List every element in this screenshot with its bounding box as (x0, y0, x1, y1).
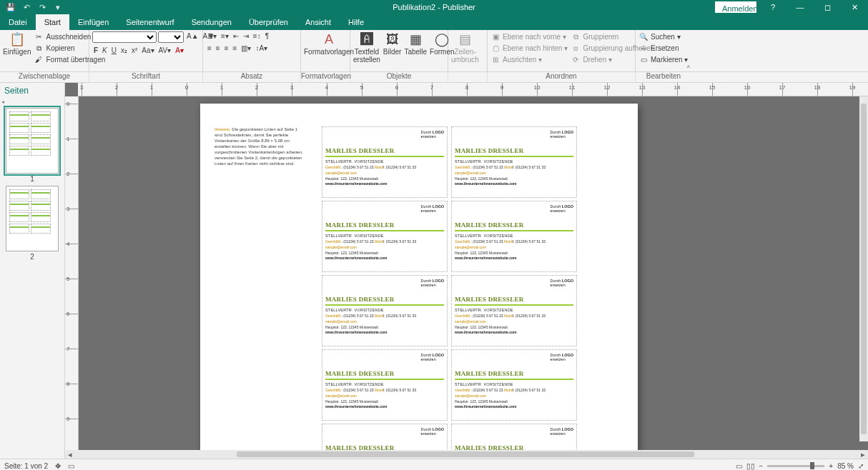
superscript-button[interactable]: x² (130, 46, 139, 55)
align-button[interactable]: ⊞Ausrichten▾ (490, 54, 568, 65)
bold-button[interactable]: F (92, 46, 99, 55)
business-card[interactable]: Durch LOGOersetzenMARLIES DRESSLERSTELLV… (451, 201, 577, 272)
page-1[interactable]: Hinweis: Die gepunkteten Linien auf Seit… (200, 104, 638, 450)
pilcrow-button[interactable]: ¶ (264, 31, 270, 41)
card-name: MARLIES DRESSLER (325, 221, 444, 229)
redo-icon[interactable]: ↷ (34, 3, 50, 12)
styles-button[interactable]: A Formatvorlagen (304, 31, 354, 56)
bullets-button[interactable]: ≣▾ (206, 31, 218, 41)
char-spacing-button[interactable]: AV▾ (157, 46, 173, 55)
tab-sendungen[interactable]: Sendungen (183, 14, 240, 30)
business-card[interactable]: Durch LOGOersetzenMARLIES DRESSLERSTELLV… (322, 424, 448, 450)
decrease-indent-button[interactable]: ⇤ (232, 31, 240, 41)
scroll-left-icon[interactable]: ◂ (68, 450, 72, 459)
qat-more-icon[interactable]: ▾ (50, 3, 66, 12)
business-card[interactable]: Durch LOGOersetzenMARLIES DRESSLERSTELLV… (451, 275, 577, 346)
single-page-view-icon[interactable]: ▭ (736, 462, 742, 470)
object-size-icon[interactable]: ▭ (68, 462, 74, 470)
card-address: Hauptstr. 123, 12345 Musterstadt (455, 251, 573, 255)
zoom-slider[interactable] (767, 465, 824, 467)
card-web: www.ihreunternehmenswebsite.com (325, 330, 444, 334)
zoom-in-button[interactable]: + (829, 462, 833, 470)
font-size-select[interactable] (158, 31, 184, 43)
card-phone: Geschäftl.: (01234) 5 67 51 23 Mobill: (… (455, 165, 573, 169)
card-role: STELLVERTR. VORSITZENDE (455, 234, 573, 238)
font-color-button[interactable]: A▾ (174, 46, 185, 55)
business-card[interactable]: Durch LOGOersetzenMARLIES DRESSLERSTELLV… (322, 275, 448, 346)
wrap-button[interactable]: ▤Zeilen- umbruch (451, 31, 479, 64)
horizontal-ruler[interactable]: 4321012345678910111213141516171819 (78, 83, 868, 96)
undo-icon[interactable]: ↶ (19, 3, 34, 12)
numbering-button[interactable]: ≡▾ (220, 31, 230, 41)
card-address: Hauptstr. 123, 12345 Musterstadt (325, 251, 444, 255)
text-direction-button[interactable]: ↕A▾ (254, 44, 269, 53)
increase-indent-button[interactable]: ⇥ (242, 31, 250, 41)
zoom-level[interactable]: 85 % (837, 462, 854, 470)
business-card[interactable]: Durch LOGOersetzenMARLIES DRESSLERSTELLV… (451, 424, 577, 450)
two-page-view-icon[interactable]: ▯▯ (746, 462, 755, 470)
vertical-scrollbar[interactable] (859, 96, 868, 441)
page-thumbnail-1[interactable] (6, 108, 59, 174)
group-styles: A Formatvorlagen (301, 30, 350, 71)
tab-einfuegen[interactable]: Einfügen (69, 14, 117, 30)
help-icon[interactable]: ? (759, 0, 786, 14)
tab-hilfe[interactable]: Hilfe (340, 14, 373, 30)
send-backward-button[interactable]: ▢Ebene nach hinten▾ (490, 43, 568, 54)
business-card[interactable]: Durch LOGOersetzenMARLIES DRESSLERSTELLV… (322, 349, 448, 421)
page-thumbnail-2[interactable] (6, 186, 59, 251)
label-arrange: Anordnen (488, 72, 636, 82)
pointer-mode-icon[interactable]: ✥ (55, 462, 61, 470)
sign-in-button[interactable]: Anmelden (715, 1, 756, 13)
table-button[interactable]: ▦Tabelle (404, 31, 427, 56)
page-indicator[interactable]: Seite: 1 von 2 (4, 462, 48, 470)
italic-button[interactable]: K (101, 46, 109, 55)
tab-start[interactable]: Start (36, 14, 69, 30)
subscript-button[interactable]: x₂ (119, 46, 129, 55)
collapse-thumb-icon[interactable]: ◂ (0, 99, 64, 105)
justify-button[interactable]: ≡ (232, 44, 239, 53)
align-right-button[interactable]: ≡ (223, 44, 230, 53)
business-card[interactable]: Durch LOGOersetzenMARLIES DRESSLERSTELLV… (322, 126, 448, 198)
horizontal-scrollbar[interactable]: ◂ ▸ (65, 450, 868, 459)
align-center-button[interactable]: ≡ (214, 44, 222, 53)
find-button[interactable]: 🔍Suchen▾ (638, 31, 688, 42)
columns-button[interactable]: ▥▾ (240, 44, 252, 53)
business-card[interactable]: Durch LOGOersetzenMARLIES DRESSLERSTELLV… (451, 126, 577, 198)
fit-page-icon[interactable]: ⤢ (858, 462, 864, 470)
collapse-ribbon-icon[interactable]: ^ (687, 64, 690, 71)
maximize-icon[interactable]: ◻ (814, 0, 841, 14)
card-web: www.ihreunternehmenswebsite.com (325, 181, 444, 186)
card-name: MARLIES DRESSLER (455, 147, 573, 154)
line-spacing-button[interactable]: ≡↕ (252, 31, 262, 41)
underline-button[interactable]: U (110, 46, 118, 55)
card-name: MARLIES DRESSLER (325, 296, 444, 303)
align-left-button[interactable]: ≡ (206, 44, 213, 53)
minimize-icon[interactable]: ― (786, 0, 814, 14)
grow-font-button[interactable]: A▲ (185, 31, 200, 43)
scroll-thumb[interactable] (237, 451, 694, 457)
change-case-button[interactable]: Aa▾ (140, 46, 155, 55)
tab-seitenentwurf[interactable]: Seitenentwurf (117, 14, 182, 30)
font-family-select[interactable] (92, 31, 157, 43)
save-icon[interactable]: 💾 (3, 3, 19, 12)
tab-ueberpruefen[interactable]: Überprüfen (240, 14, 297, 30)
paste-button[interactable]: 📋 Einfügen (3, 31, 31, 56)
tab-datei[interactable]: Datei (0, 14, 36, 30)
business-card[interactable]: Durch LOGOersetzenMARLIES DRESSLERSTELLV… (451, 349, 577, 421)
label-styles: Formatvorlagen (301, 72, 350, 82)
replace-button[interactable]: ↔Ersetzen (638, 43, 688, 54)
tab-ansicht[interactable]: Ansicht (297, 14, 340, 30)
bring-forward-button[interactable]: ▣Ebene nach vorne▾ (490, 31, 568, 42)
canvas[interactable]: Hinweis: Die gepunkteten Linien auf Seit… (79, 96, 868, 450)
zoom-out-button[interactable]: − (759, 462, 764, 470)
vertical-ruler[interactable]: 1012345678910 (65, 96, 79, 450)
logo-placeholder: Durch LOGOersetzen (551, 427, 573, 436)
close-icon[interactable]: ✕ (841, 0, 868, 14)
select-button[interactable]: ▭Markieren▾ (638, 54, 688, 65)
textbox-button[interactable]: 🅰Textfeld erstellen (353, 31, 380, 64)
pictures-button[interactable]: 🖼Bilder (383, 31, 402, 56)
table-icon: ▦ (410, 31, 422, 47)
business-card[interactable]: Durch LOGOersetzenMARLIES DRESSLERSTELLV… (322, 201, 448, 272)
card-name: MARLIES DRESSLER (325, 147, 444, 154)
scroll-right-icon[interactable]: ▸ (861, 450, 865, 459)
